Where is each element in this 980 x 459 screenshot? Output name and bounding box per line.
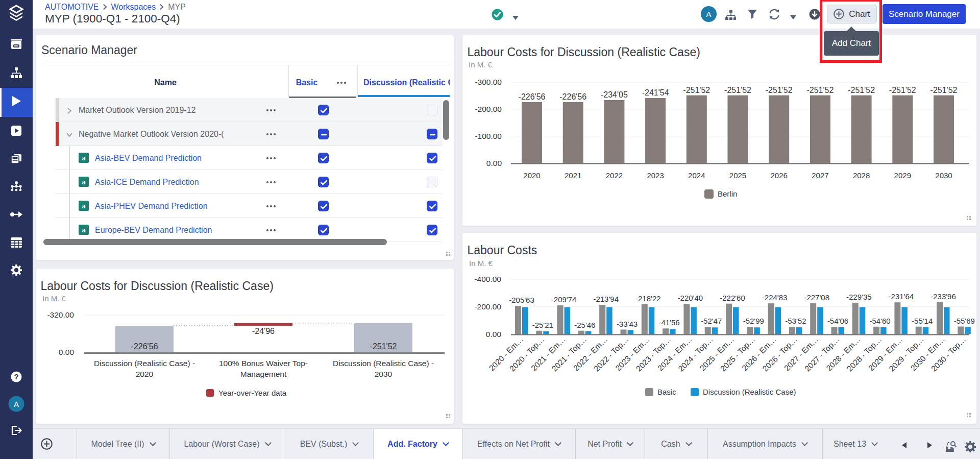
svg-text:Labour Costs for Discussion (R: Labour Costs for Discussion (Realistic C…: [41, 279, 274, 293]
svg-text:100% Bonus Waiver Top-: 100% Bonus Waiver Top-: [219, 359, 308, 368]
svg-text:In M. €: In M. €: [469, 259, 493, 268]
svg-text:2024: 2024: [688, 171, 705, 180]
svg-text:-205'63: -205'63: [509, 296, 534, 304]
svg-text:-25'46: -25'46: [574, 321, 595, 329]
svg-text:-227'08: -227'08: [804, 293, 829, 302]
svg-text:-241'54: -241'54: [642, 88, 669, 97]
svg-text:2020: 2020: [523, 171, 540, 180]
svg-text:-251'52: -251'52: [848, 86, 875, 94]
svg-text:Discussion (Realistic Case): Discussion (Realistic Case): [703, 388, 796, 396]
svg-text:-55'14: -55'14: [912, 317, 933, 325]
svg-text:Berlin: Berlin: [718, 189, 737, 198]
svg-text:-251'52: -251'52: [766, 86, 793, 94]
svg-text:-54'60: -54'60: [869, 317, 890, 325]
svg-text:0.00: 0.00: [486, 159, 502, 167]
svg-text:-200.00: -200.00: [474, 302, 501, 311]
svg-text:2025: 2025: [729, 171, 746, 180]
svg-text:-33'43: -33'43: [617, 320, 638, 328]
svg-text:In M. €: In M. €: [42, 294, 66, 303]
svg-text:-251'52: -251'52: [930, 86, 958, 94]
svg-text:-52'47: -52'47: [701, 317, 722, 325]
svg-text:Labour Costs: Labour Costs: [468, 244, 537, 257]
svg-text:2030: 2030: [935, 171, 952, 180]
svg-text:2029: 2029: [894, 171, 911, 180]
svg-text:Labour Costs for Discussion (R: Labour Costs for Discussion (Realistic C…: [468, 45, 700, 59]
svg-text:2027: 2027: [812, 171, 828, 180]
svg-text:0.00: 0.00: [59, 348, 75, 356]
svg-text:In M. €: In M. €: [469, 60, 493, 69]
svg-text:-213'94: -213'94: [593, 295, 619, 303]
svg-text:-25'21: -25'21: [532, 321, 553, 329]
svg-text:-320.00: -320.00: [47, 310, 74, 319]
svg-text:Discussion (Realistic Case) -: Discussion (Realistic Case) -: [94, 359, 195, 368]
svg-text:-251'52: -251'52: [724, 86, 751, 94]
svg-text:Discussion (Realistic Case) -: Discussion (Realistic Case) -: [333, 359, 434, 368]
svg-text:Year-over-Year data: Year-over-Year data: [218, 389, 287, 397]
svg-text:-53'52: -53'52: [785, 317, 806, 325]
svg-text:-226'56: -226'56: [131, 342, 158, 351]
svg-text:2026: 2026: [771, 171, 788, 180]
svg-text:-200.00: -200.00: [475, 105, 502, 113]
svg-text:2020: 2020: [136, 370, 154, 378]
svg-text:-233'96: -233'96: [930, 292, 956, 301]
svg-text:-226'56: -226'56: [519, 92, 546, 101]
svg-text:-222'60: -222'60: [720, 294, 745, 302]
svg-text:-218'22: -218'22: [635, 294, 661, 303]
svg-text:-24'96: -24'96: [252, 327, 275, 335]
svg-text:-226'56: -226'56: [559, 92, 586, 101]
svg-text:2023: 2023: [647, 171, 664, 180]
svg-text:Management: Management: [240, 370, 287, 378]
svg-text:-52'99: -52'99: [743, 317, 764, 325]
svg-text:-41'56: -41'56: [658, 318, 679, 327]
svg-text:-251'52: -251'52: [683, 86, 710, 94]
svg-text:-100.00: -100.00: [475, 132, 502, 140]
svg-text:2021: 2021: [565, 171, 581, 180]
svg-text:-229'35: -229'35: [846, 293, 872, 301]
svg-text:2028: 2028: [853, 171, 870, 180]
svg-text:-300.00: -300.00: [475, 78, 502, 86]
svg-text:-220'40: -220'40: [678, 294, 703, 302]
svg-text:-251'52: -251'52: [889, 86, 916, 94]
svg-text:-400.00: -400.00: [474, 275, 501, 283]
svg-text:-54'06: -54'06: [827, 317, 848, 325]
svg-text:?: ?: [14, 372, 18, 381]
svg-text:-209'74: -209'74: [551, 295, 577, 304]
svg-text:-251'52: -251'52: [370, 342, 397, 351]
svg-text:-234'05: -234'05: [601, 90, 628, 99]
svg-text:0.00: 0.00: [486, 330, 502, 339]
svg-text:-251'52: -251'52: [806, 86, 834, 94]
svg-text:-224'83: -224'83: [762, 293, 788, 302]
svg-text:Basic: Basic: [657, 388, 676, 396]
svg-text:2030: 2030: [375, 370, 393, 378]
svg-text:-55'69: -55'69: [954, 317, 975, 325]
svg-text:-231'64: -231'64: [889, 292, 914, 301]
svg-text:2022: 2022: [606, 171, 623, 180]
